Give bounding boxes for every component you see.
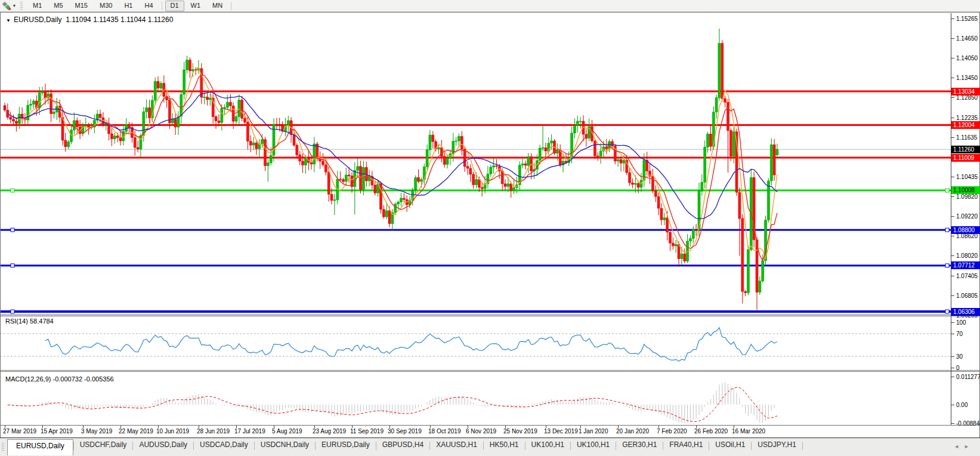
macd-scale-tick	[951, 377, 954, 377]
rsi-scale-tick	[951, 334, 954, 334]
chart-title: ▼EURUSD,Daily 1.11094 1.11435 1.11044 1.…	[6, 16, 173, 24]
trading-platform: ▾ M1M5M15M30H1H4D1W1MN ▼EURUSD,Daily 1.1…	[0, 0, 980, 456]
moving-average-8	[8, 75, 777, 261]
price-tick	[951, 216, 954, 217]
date-label: 22 May 2019	[119, 428, 153, 435]
horizontal-line[interactable]	[0, 264, 951, 267]
price-tick	[951, 236, 954, 236]
tab-fra40-h1[interactable]: FRA40,H1	[663, 438, 709, 452]
rsi-scale-tick	[951, 368, 954, 368]
macd-scale-label: 0.011277	[956, 374, 980, 380]
tab-uk100-h1[interactable]: UK100,H1	[571, 438, 616, 452]
ohlc-low: 1.11044	[120, 16, 146, 24]
tab-usdcad-daily[interactable]: USDCAD,Daily	[194, 438, 254, 452]
rsi-scale-label: 100	[956, 319, 966, 326]
timeframe-button-m30[interactable]: M30	[94, 1, 118, 11]
rsi-scale-tick	[951, 356, 954, 357]
horizontal-line[interactable]	[0, 91, 951, 93]
date-label: 27 Mar 2019	[3, 428, 36, 435]
tab-gbpusd-h4[interactable]: GBPUSD,H4	[376, 438, 429, 452]
timeframe-button-h1[interactable]: H1	[119, 1, 138, 11]
rsi-scale-tick	[951, 322, 954, 323]
price-tick	[951, 19, 954, 19]
price-tag: 1.12004	[951, 121, 980, 129]
price-tag: 1.10008	[951, 186, 980, 194]
price-tick	[951, 58, 954, 58]
rsi-canvas[interactable]	[0, 315, 980, 370]
rsi-label: RSI(14) 58.4784	[5, 318, 54, 325]
macd-label: MACD(12,26,9) -0.000732 -0.005356	[5, 375, 114, 383]
price-tick-label: 1.11635	[956, 134, 977, 141]
price-tick	[951, 255, 954, 256]
toolbar-separator	[162, 2, 162, 10]
tab-usdchf-daily[interactable]: USDCHF,Daily	[74, 438, 133, 452]
price-tick-label: 1.12235	[956, 115, 978, 121]
tab-scroll-right-icon[interactable]: ►	[964, 443, 974, 449]
rsi-scale-label: 70	[956, 331, 963, 337]
rsi-scale-label: 0	[956, 365, 960, 371]
tab-hk50-h1[interactable]: HK50,H1	[484, 438, 525, 452]
price-tick-label: 1.15265	[956, 16, 978, 22]
date-label: 10 Jun 2019	[156, 428, 189, 435]
timeframe-button-m1[interactable]: M1	[27, 1, 47, 11]
macd-scale-tick	[951, 423, 954, 424]
ohlc-high: 1.11435	[93, 16, 119, 24]
timeframe-button-w1[interactable]: W1	[186, 1, 206, 11]
chart-symbol-period: EURUSD,Daily	[14, 16, 62, 24]
price-tick-label: 1.09220	[956, 213, 978, 220]
rsi-scale-label: 30	[956, 353, 963, 360]
chart-styles-icon[interactable]	[2, 1, 13, 11]
price-tick	[951, 38, 954, 39]
price-tick	[951, 276, 954, 276]
symbol-tabbar: EURUSD,DailyUSDCHF,DailyAUDUSD,DailyUSDC…	[0, 437, 980, 456]
date-label: 13 Dec 2019	[544, 428, 578, 435]
date-label: 16 Mar 2020	[732, 428, 765, 435]
tab-audusd-daily[interactable]: AUDUSD,Daily	[133, 438, 193, 452]
ohlc-close: 1.11260	[148, 16, 174, 24]
tab-xauusd-h1[interactable]: XAUUSD,H1	[430, 438, 483, 452]
price-tick	[951, 196, 954, 197]
price-tag: 1.06306	[951, 308, 980, 316]
tab-usoil-h1[interactable]: USOil,H1	[709, 438, 751, 452]
price-canvas[interactable]	[0, 13, 980, 315]
price-tag: 1.08800	[951, 226, 980, 234]
date-label: 1 Jan 2020	[579, 428, 608, 435]
tabbar-grip[interactable]	[2, 443, 4, 451]
tab-usdcnh-daily[interactable]: USDCNH,Daily	[255, 438, 315, 452]
price-tick	[951, 78, 954, 78]
timeframe-button-h4[interactable]: H4	[139, 1, 158, 11]
timeframe-button-m5[interactable]: M5	[48, 1, 68, 11]
macd-scale-label: -0.008845	[956, 420, 980, 427]
price-tick-label: 1.14650	[956, 35, 978, 42]
horizontal-line[interactable]	[0, 189, 951, 192]
tab-eurusd-daily[interactable]: EURUSD,Daily	[316, 438, 376, 452]
macd-canvas[interactable]	[0, 370, 980, 425]
macd-scale-tick	[951, 405, 954, 405]
date-label: 3 May 2019	[81, 428, 112, 435]
chart-menu-icon[interactable]: ▼	[6, 18, 11, 23]
price-tick-label: 1.14050	[956, 55, 978, 61]
tab-eurusd-daily[interactable]: EURUSD,Daily	[7, 439, 73, 455]
tab-scroll-left-icon[interactable]: ◄	[954, 443, 964, 449]
date-label: 23 Aug 2019	[313, 428, 346, 435]
price-tick	[951, 295, 954, 296]
price-tick-label: 1.06805	[956, 292, 978, 299]
timeframe-button-d1[interactable]: D1	[165, 1, 184, 11]
date-label: 17 Jul 2019	[234, 428, 265, 435]
date-label: 15 Apr 2019	[41, 428, 73, 435]
price-tick-label: 1.08020	[956, 252, 978, 259]
date-label: 7 Feb 2020	[657, 428, 687, 435]
date-label: 30 Sep 2019	[388, 428, 422, 435]
timeframe-button-m15[interactable]: M15	[70, 1, 93, 11]
toolbar-grip[interactable]	[20, 2, 23, 10]
date-label: 18 Oct 2019	[428, 428, 460, 435]
horizontal-line[interactable]	[0, 310, 951, 313]
timeframe-button-mn[interactable]: MN	[207, 1, 228, 11]
tab-ger30-h1[interactable]: GER30,H1	[616, 438, 663, 452]
current-price-tag: 1.11260	[951, 146, 980, 153]
tab-uk100-h1[interactable]: UK100,H1	[525, 438, 570, 452]
caret-down-icon[interactable]: ▾	[13, 3, 16, 8]
horizontal-line[interactable]	[0, 228, 951, 232]
date-label: 20 Jan 2020	[616, 428, 649, 435]
tab-usdjpy-h1[interactable]: USDJPY,H1	[752, 438, 802, 452]
